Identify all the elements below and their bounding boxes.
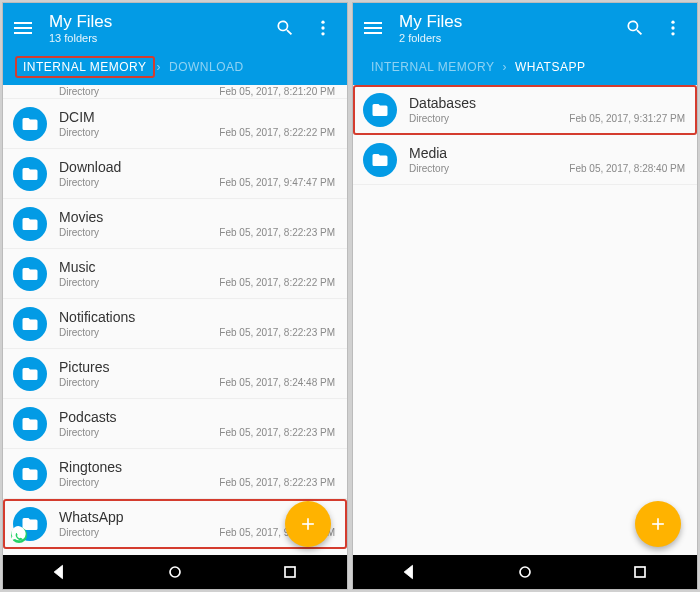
list-item[interactable]: DCIMDirectoryFeb 05, 2017, 8:22:22 PM: [3, 99, 347, 149]
svg-rect-9: [635, 567, 645, 577]
item-date: Feb 05, 2017, 9:47:47 PM: [219, 177, 335, 188]
item-type: Directory: [59, 477, 99, 488]
folder-icon: [13, 257, 47, 291]
list-item[interactable]: DownloadDirectoryFeb 05, 2017, 9:47:47 P…: [3, 149, 347, 199]
file-list[interactable]: DatabasesDirectoryFeb 05, 2017, 9:31:27 …: [353, 85, 697, 555]
search-icon[interactable]: [625, 18, 645, 38]
svg-point-6: [671, 26, 674, 29]
folder-icon: [363, 93, 397, 127]
folder-icon: [13, 457, 47, 491]
item-date: Feb 05, 2017, 9:31:27 PM: [569, 113, 685, 124]
item-type: Directory: [59, 127, 99, 138]
appbar: My Files 13 folders: [3, 3, 347, 53]
item-date: Feb 05, 2017, 8:28:40 PM: [569, 163, 685, 174]
more-icon[interactable]: [663, 18, 683, 38]
svg-point-1: [321, 26, 324, 29]
recents-button[interactable]: [280, 562, 300, 582]
list-item[interactable]: Directory Feb 05, 2017, 8:21:20 PM: [3, 85, 347, 99]
chevron-right-icon: ›: [503, 60, 508, 74]
item-type: Directory: [59, 86, 99, 97]
list-item-databases[interactable]: DatabasesDirectoryFeb 05, 2017, 9:31:27 …: [353, 85, 697, 135]
item-date: Feb 05, 2017, 8:22:23 PM: [219, 227, 335, 238]
home-button[interactable]: [165, 562, 185, 582]
crumb-internal-memory[interactable]: INTERNAL MEMORY: [365, 56, 501, 78]
item-name: Ringtones: [59, 459, 335, 475]
list-item[interactable]: RingtonesDirectoryFeb 05, 2017, 8:22:23 …: [3, 449, 347, 499]
menu-icon[interactable]: [361, 16, 385, 40]
android-navbar: [3, 555, 347, 589]
item-name: Media: [409, 145, 685, 161]
item-name: DCIM: [59, 109, 335, 125]
svg-point-3: [170, 567, 180, 577]
list-item[interactable]: PodcastsDirectoryFeb 05, 2017, 8:22:23 P…: [3, 399, 347, 449]
breadcrumbs: INTERNAL MEMORY › WHATSAPP: [353, 53, 697, 85]
app-subtitle: 2 folders: [399, 32, 625, 44]
item-name: Databases: [409, 95, 685, 111]
whatsapp-badge-icon: [11, 527, 27, 543]
item-name: Download: [59, 159, 335, 175]
list-item[interactable]: MoviesDirectoryFeb 05, 2017, 8:22:23 PM: [3, 199, 347, 249]
svg-point-2: [321, 32, 324, 35]
svg-point-7: [671, 32, 674, 35]
list-item[interactable]: MediaDirectoryFeb 05, 2017, 8:28:40 PM: [353, 135, 697, 185]
panel-left: My Files 13 folders INTERNAL MEMORY › DO…: [2, 2, 348, 590]
item-date: Feb 05, 2017, 8:21:20 PM: [219, 86, 335, 97]
svg-point-0: [321, 21, 324, 24]
folder-icon: [13, 407, 47, 441]
svg-point-5: [671, 21, 674, 24]
item-type: Directory: [59, 327, 99, 338]
folder-icon: [13, 107, 47, 141]
item-name: Podcasts: [59, 409, 335, 425]
item-type: Directory: [59, 377, 99, 388]
android-navbar: [353, 555, 697, 589]
app-subtitle: 13 folders: [49, 32, 275, 44]
item-date: Feb 05, 2017, 8:22:23 PM: [219, 427, 335, 438]
item-type: Directory: [59, 427, 99, 438]
app-title: My Files: [399, 13, 625, 30]
more-icon[interactable]: [313, 18, 333, 38]
item-type: Directory: [59, 277, 99, 288]
crumb-download[interactable]: DOWNLOAD: [163, 56, 250, 78]
home-button[interactable]: [515, 562, 535, 582]
item-name: Notifications: [59, 309, 335, 325]
item-name: Pictures: [59, 359, 335, 375]
app-title: My Files: [49, 13, 275, 30]
folder-icon: [13, 357, 47, 391]
folder-icon: [363, 143, 397, 177]
item-name: Movies: [59, 209, 335, 225]
crumb-internal-memory[interactable]: INTERNAL MEMORY: [15, 56, 155, 78]
item-type: Directory: [59, 227, 99, 238]
item-type: Directory: [59, 527, 99, 538]
svg-rect-4: [285, 567, 295, 577]
svg-point-8: [520, 567, 530, 577]
recents-button[interactable]: [630, 562, 650, 582]
folder-icon: [13, 307, 47, 341]
item-date: Feb 05, 2017, 8:22:22 PM: [219, 127, 335, 138]
file-list[interactable]: Directory Feb 05, 2017, 8:21:20 PM DCIMD…: [3, 85, 347, 555]
breadcrumbs: INTERNAL MEMORY › DOWNLOAD: [3, 53, 347, 85]
chevron-right-icon: ›: [157, 60, 162, 74]
menu-icon[interactable]: [11, 16, 35, 40]
list-item[interactable]: PicturesDirectoryFeb 05, 2017, 8:24:48 P…: [3, 349, 347, 399]
folder-icon: [13, 157, 47, 191]
back-button[interactable]: [400, 562, 420, 582]
folder-icon: [13, 207, 47, 241]
folder-icon: [13, 507, 47, 541]
fab-add-button[interactable]: [635, 501, 681, 547]
fab-add-button[interactable]: [285, 501, 331, 547]
appbar: My Files 2 folders: [353, 3, 697, 53]
item-date: Feb 05, 2017, 8:22:23 PM: [219, 477, 335, 488]
item-type: Directory: [409, 113, 449, 124]
item-date: Feb 05, 2017, 8:22:23 PM: [219, 327, 335, 338]
back-button[interactable]: [50, 562, 70, 582]
item-date: Feb 05, 2017, 8:24:48 PM: [219, 377, 335, 388]
item-date: Feb 05, 2017, 8:22:22 PM: [219, 277, 335, 288]
crumb-whatsapp[interactable]: WHATSAPP: [509, 56, 591, 78]
list-item[interactable]: MusicDirectoryFeb 05, 2017, 8:22:22 PM: [3, 249, 347, 299]
item-type: Directory: [409, 163, 449, 174]
list-item[interactable]: YSLauncherDirectoryFeb 05, 2017, 8:22:07…: [3, 549, 347, 555]
search-icon[interactable]: [275, 18, 295, 38]
item-type: Directory: [59, 177, 99, 188]
list-item[interactable]: NotificationsDirectoryFeb 05, 2017, 8:22…: [3, 299, 347, 349]
panel-right: My Files 2 folders INTERNAL MEMORY › WHA…: [352, 2, 698, 590]
